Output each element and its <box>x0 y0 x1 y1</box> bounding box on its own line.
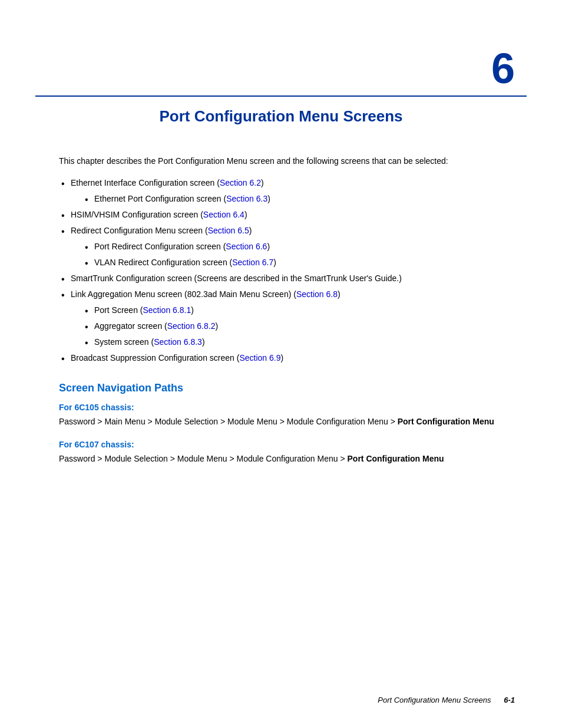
list-item: Ethernet Interface Configuration screen … <box>59 177 515 189</box>
list-item: Port Redirect Configuration screen (Sect… <box>71 241 515 253</box>
chapter-number: 6 <box>0 0 562 90</box>
list-item: Broadcast Suppression Configuration scre… <box>59 352 515 364</box>
item-text: Ethernet Interface Configuration screen … <box>71 178 220 187</box>
list-item: Link Aggregation Menu screen (802.3ad Ma… <box>59 288 515 301</box>
list-item: Ethernet Port Configuration screen (Sect… <box>71 193 515 205</box>
item-text: SmartTrunk Configuration screen (Screens… <box>71 274 402 283</box>
screen-nav-heading: Screen Navigation Paths <box>59 382 515 394</box>
item-text: Port Screen ( <box>94 305 143 315</box>
chassis-6c105-label: For 6C105 chassis: <box>59 403 515 412</box>
item-text: System screen ( <box>94 337 154 347</box>
section-6-4-link[interactable]: Section 6.4 <box>203 210 244 219</box>
item-text: Link Aggregation Menu screen (802.3ad Ma… <box>71 289 296 299</box>
list-item: SmartTrunk Configuration screen (Screens… <box>59 272 515 285</box>
section-6-7-link[interactable]: Section 6.7 <box>232 258 273 267</box>
chassis-6c107-path-bold: Port Configuration Menu <box>348 454 444 463</box>
chassis-6c105-section: For 6C105 chassis: Password > Main Menu … <box>59 403 515 428</box>
chassis-6c107-label: For 6C107 chassis: <box>59 440 515 449</box>
footer-spacer <box>493 696 501 704</box>
chassis-6c107-path: Password > Module Selection > Module Men… <box>59 453 515 465</box>
section-6-8-2-link[interactable]: Section 6.8.2 <box>167 321 216 331</box>
chassis-6c105-path-before: Password > Main Menu > Module Selection … <box>59 417 398 426</box>
list-item: Port Screen (Section 6.8.1) <box>71 304 515 317</box>
section-6-3-link[interactable]: Section 6.3 <box>226 194 267 203</box>
content-area: This chapter describes the Port Configur… <box>0 143 562 489</box>
list-item: VLAN Redirect Configuration screen (Sect… <box>71 256 515 269</box>
section-6-6-link[interactable]: Section 6.6 <box>226 242 267 251</box>
item-text: Aggregator screen ( <box>94 321 167 331</box>
chassis-6c107-section: For 6C107 chassis: Password > Module Sel… <box>59 440 515 465</box>
item-text: Ethernet Port Configuration screen ( <box>94 194 226 203</box>
section-6-2-link[interactable]: Section 6.2 <box>220 178 261 187</box>
intro-text: This chapter describes the Port Configur… <box>59 155 515 167</box>
section-6-8-link[interactable]: Section 6.8 <box>296 289 338 299</box>
section-6-8-3-link[interactable]: Section 6.8.3 <box>154 337 202 347</box>
footer-page: 6-1 <box>504 696 515 704</box>
section-6-5-link[interactable]: Section 6.5 <box>208 226 249 235</box>
list-item: HSIM/VHSIM Configuration screen (Section… <box>59 209 515 221</box>
list-item: Aggregator screen (Section 6.8.2) <box>71 320 515 332</box>
item-text: Broadcast Suppression Configuration scre… <box>71 353 239 363</box>
item-text: VLAN Redirect Configuration screen ( <box>94 258 232 267</box>
page: 6 Port Configuration Menu Screens This c… <box>0 0 562 728</box>
section-6-8-1-link[interactable]: Section 6.8.1 <box>143 305 191 315</box>
list-item: System screen (Section 6.8.3) <box>71 336 515 348</box>
chassis-6c107-path-before: Password > Module Selection > Module Men… <box>59 454 348 463</box>
footer: Port Configuration Menu Screens 6-1 <box>378 696 515 704</box>
footer-label: Port Configuration Menu Screens <box>378 696 491 704</box>
item-text: Port Redirect Configuration screen ( <box>94 242 226 251</box>
item-text: HSIM/VHSIM Configuration screen ( <box>71 210 203 219</box>
chassis-6c105-path-bold: Port Configuration Menu <box>398 417 494 426</box>
chapter-title: Port Configuration Menu Screens <box>0 97 562 143</box>
list-item: Redirect Configuration Menu screen (Sect… <box>59 225 515 237</box>
bullet-list: Ethernet Interface Configuration screen … <box>59 177 515 364</box>
item-text: Redirect Configuration Menu screen ( <box>71 226 208 235</box>
chassis-6c105-path: Password > Main Menu > Module Selection … <box>59 416 515 428</box>
section-6-9-link[interactable]: Section 6.9 <box>239 353 280 363</box>
